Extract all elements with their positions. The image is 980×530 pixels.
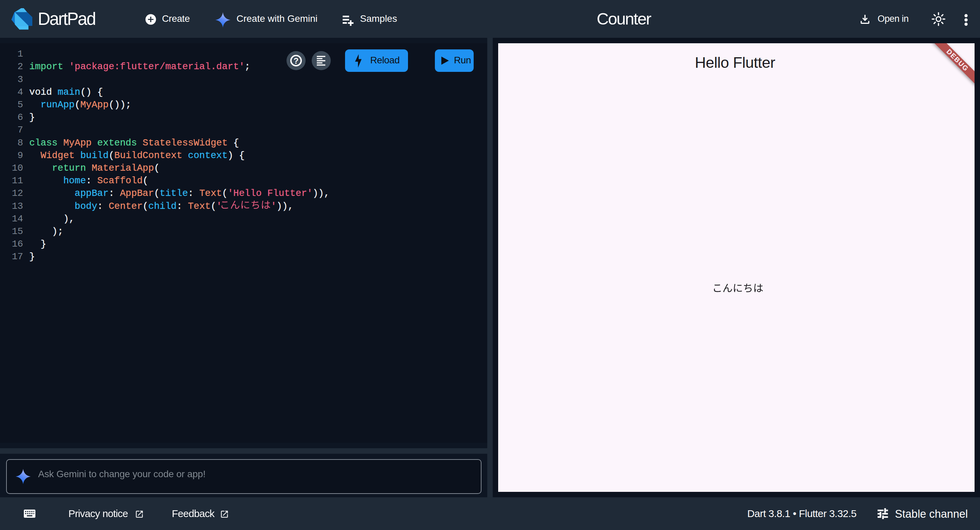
svg-text:?: ? xyxy=(294,56,299,65)
